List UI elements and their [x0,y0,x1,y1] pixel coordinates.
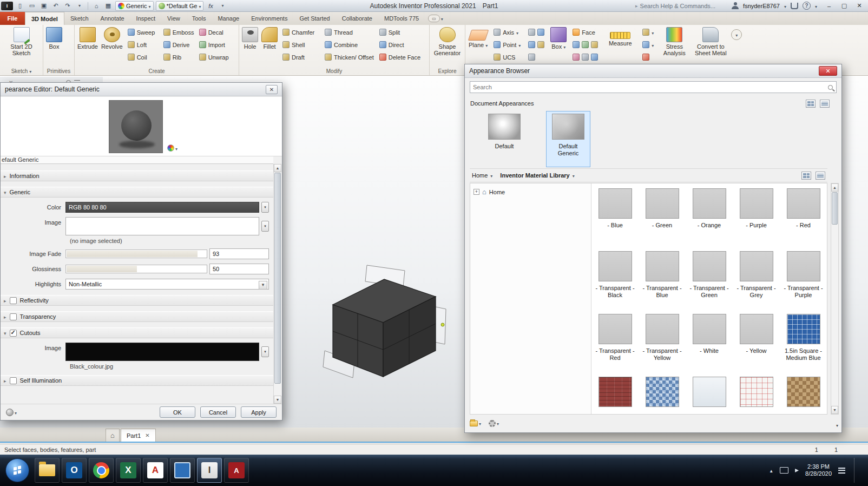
ribbon-tab[interactable]: Sketch [64,12,95,25]
ribbon-small-button[interactable]: Shell [280,38,322,51]
appearance-swatch-item[interactable]: - Orange [686,186,733,248]
appearance-swatch-item[interactable]: - Yellow [733,311,780,374]
manage-library-button[interactable] [470,420,481,426]
ribbon-small-button[interactable]: Split [377,26,423,38]
face-button[interactable]: Face [570,26,601,38]
ribbon-tab[interactable]: Collaborate [336,12,378,25]
box-pattern-button[interactable]: Box [549,26,568,52]
section-generic[interactable]: Generic [1,187,273,198]
appearance-swatch-item[interactable]: - Red [780,186,827,248]
ribbon-small-button[interactable]: Sweep [125,26,161,38]
taskbar-acrobat-button[interactable] [224,458,249,483]
ribbon-small-button[interactable]: Combine [322,38,377,51]
group-label-primitives[interactable]: Primitives [43,67,74,75]
image-fade-value[interactable]: 93 [209,248,269,259]
taskbar-clock[interactable]: 2:38 PM 8/28/2020 [805,463,832,477]
ribbon-small-button[interactable]: Delete Face [377,51,423,63]
appearance-swatch-item[interactable]: - Transparent - Purple [780,248,827,311]
appearance-swatch-item[interactable]: - Transparent - Yellow [639,311,686,374]
tab-file[interactable]: File [0,12,25,25]
appearance-swatch-item[interactable]: - Transparent - Green [686,248,733,311]
qat-customize-chevron-icon[interactable] [75,2,84,10]
render-icon[interactable]: ▦ [103,2,113,10]
axis-button[interactable]: Axis [491,26,523,38]
material-quick-dropdown[interactable]: *Default Ge [156,1,204,11]
ribbon-small-button[interactable]: Emboss [161,26,196,38]
ribbon-small-button[interactable]: Rib [161,51,196,63]
tree-expander-icon[interactable] [474,189,479,195]
taskbar-window-app-button[interactable] [170,458,195,483]
scroll-down-icon[interactable]: ▼ [831,406,838,414]
show-desktop-menu-icon[interactable] [838,468,845,474]
stress-analysis-button[interactable]: Stress Analysis [659,26,690,57]
ok-button[interactable]: OK [160,406,195,418]
image-field[interactable] [65,217,259,235]
cutouts-checkbox[interactable] [10,330,17,337]
appearance-swatch-item[interactable]: - Transparent - Blue [639,248,686,311]
ribbon-small-button[interactable]: Unwrap [196,51,232,63]
insert-row-1[interactable] [640,26,656,38]
glossiness-slider[interactable] [65,265,207,273]
ribbon-tab[interactable]: Manage [212,12,245,25]
library-home-dropdown[interactable]: Home [472,172,492,179]
shape-generator-button[interactable]: Shape Generator [431,26,463,57]
ribbon-display-toggle[interactable]: ▭ [428,12,443,25]
appearance-swatch-item[interactable] [686,374,733,414]
insert-row-3[interactable] [640,51,656,63]
library-name-dropdown[interactable]: Inventor Material Library [500,172,574,179]
measure-button[interactable]: Measure [603,26,637,48]
home-tab[interactable]: ⌂ [106,429,120,442]
maximize-button[interactable]: ▢ [837,1,852,11]
insert-row-2[interactable] [640,38,656,51]
glossiness-value[interactable]: 50 [209,264,269,274]
scroll-up-icon[interactable]: ▲ [274,164,281,172]
mirror-button[interactable] [525,38,547,51]
ribbon-tab[interactable]: Inspect [130,12,161,25]
appearance-quick-dropdown[interactable]: Generic [115,1,154,11]
model-3d[interactable] [314,264,455,389]
pattern-more-button[interactable] [525,51,547,63]
taskbar-outlook-button[interactable] [62,458,87,483]
appearance-swatch-item[interactable] [780,374,827,414]
browser-search-input[interactable] [470,82,828,92]
ribbon-tab[interactable]: Annotate [95,12,130,25]
redo-icon[interactable]: ↷ [63,2,73,10]
taskbar-autodesk-button[interactable] [143,458,168,483]
editor-close-button[interactable] [266,85,278,94]
document-tab-part1[interactable]: Part1 [121,429,156,442]
ribbon-tab[interactable]: Get Started [293,12,336,25]
save-icon[interactable]: ▣ [39,2,49,10]
appearance-swatch-item[interactable]: - Transparent - Red [591,311,639,374]
scrollbar-thumb[interactable] [274,173,281,384]
new-file-icon[interactable]: ▯ [15,2,25,10]
appearance-swatch-item[interactable]: - Transparent - Black [591,248,639,311]
appearance-swatch-item[interactable] [639,374,686,414]
revolve-button[interactable]: Revolve [100,26,124,51]
convert-sheet-metal-button[interactable]: Convert to Sheet Metal [692,26,729,57]
start-button[interactable] [5,458,29,482]
tree-node-home[interactable]: Home [474,188,588,196]
self-illumination-checkbox[interactable] [10,377,17,384]
taskbar-excel-button[interactable] [116,458,141,483]
section-cutouts[interactable]: Cutouts [1,327,273,338]
resize-grip-icon[interactable]: ▾ [836,423,838,428]
color-swatch-field[interactable]: RGB 80 80 80 [65,202,259,213]
point-button[interactable]: Point [491,38,523,51]
cutout-image-field[interactable] [65,343,259,361]
hole-button[interactable]: Hole [241,26,259,51]
group-label-create[interactable]: Create [75,67,239,75]
section-transparency[interactable]: Transparency [1,311,273,322]
scroll-down-icon[interactable]: ▼ [274,396,281,404]
appearance-swatch-item[interactable]: - Green [639,186,686,248]
appearance-swatch-item[interactable]: - Purple [733,186,780,248]
appearance-list-item[interactable]: efault Generic [1,156,273,164]
help-search[interactable]: Search Help & Commands... [635,3,727,9]
ribbon-tab[interactable]: 3D Model [25,12,64,25]
color-options-button[interactable] [261,202,269,213]
reflectivity-checkbox[interactable] [10,297,17,304]
ribbon-tab[interactable]: Tools [186,12,212,25]
close-button[interactable]: ✕ [852,1,867,11]
section-self-illumination[interactable]: Self Illumination [1,375,273,386]
document-appearance-item[interactable]: Default [482,111,527,167]
ribbon-tab[interactable]: View [161,12,186,25]
